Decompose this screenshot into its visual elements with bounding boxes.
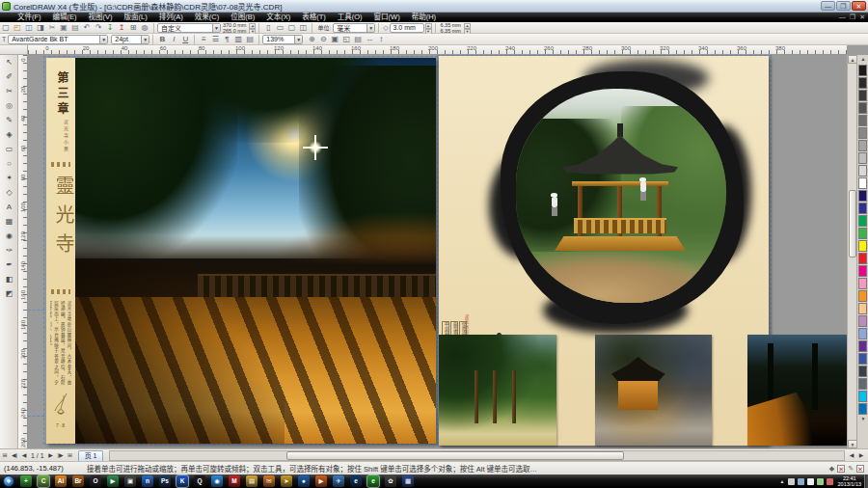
eyedropper-tool[interactable]: ✑ bbox=[1, 243, 17, 258]
vertical-scroll-thumb[interactable] bbox=[849, 190, 856, 258]
add-page-button-2[interactable]: ⊞ bbox=[66, 450, 75, 461]
horizontal-scroll-thumb[interactable] bbox=[286, 451, 624, 460]
zoom-level-combo[interactable]: 139%▼ bbox=[262, 35, 303, 44]
horizontal-guideline[interactable] bbox=[28, 416, 44, 417]
table-tool[interactable]: ▦ bbox=[1, 214, 17, 229]
start-button[interactable]: ❖ bbox=[3, 475, 14, 487]
zoom-page-icon[interactable]: ▤ bbox=[353, 35, 363, 44]
zoom-all-icon[interactable]: ◱ bbox=[341, 35, 351, 44]
chevron-down-icon[interactable]: ▼ bbox=[366, 24, 374, 32]
color-swatch[interactable] bbox=[858, 203, 867, 214]
paper-size-spinner[interactable]: ▲▼ bbox=[249, 23, 256, 33]
restore-button[interactable]: ❐ bbox=[836, 1, 851, 11]
text-props-icon[interactable]: ▤ bbox=[245, 35, 255, 44]
color-swatch[interactable] bbox=[858, 152, 867, 164]
facing-pages-icon[interactable]: ◫ bbox=[298, 23, 308, 33]
duplicate-distance-fields[interactable]: 6.35 mm 6.35 mm bbox=[441, 22, 461, 34]
zoom-tool[interactable]: ◎ bbox=[1, 98, 17, 113]
new-icon[interactable]: ▢ bbox=[1, 23, 11, 33]
undo-icon[interactable]: ↶ bbox=[82, 23, 92, 33]
color-swatch[interactable] bbox=[858, 366, 867, 377]
taskbar-colorful-app[interactable]: ✿ bbox=[385, 475, 396, 487]
freehand-tool[interactable]: ✎ bbox=[1, 113, 17, 127]
taskbar-folder[interactable]: ▤ bbox=[246, 475, 258, 487]
cut-icon[interactable]: ✂ bbox=[47, 23, 57, 33]
text-tool[interactable]: A bbox=[1, 200, 17, 214]
taskbar-illustrator[interactable]: Ai bbox=[55, 475, 67, 487]
color-swatch[interactable] bbox=[858, 228, 867, 239]
palette-scroll-down-icon[interactable]: ▼ bbox=[857, 415, 868, 423]
smart-fill-tool[interactable]: ◈ bbox=[1, 127, 17, 142]
taskbar-media-player[interactable]: ▶ bbox=[315, 475, 327, 487]
taskbar-mapp[interactable]: M bbox=[229, 475, 240, 487]
menu-item[interactable]: 排列(A) bbox=[153, 13, 189, 22]
taskbar-my-computer[interactable]: ▦ bbox=[402, 475, 414, 487]
zoom-in-icon[interactable]: ⊕ bbox=[307, 35, 316, 44]
next-page-button[interactable]: ▶ bbox=[46, 450, 56, 461]
all-pages-icon[interactable]: ▢ bbox=[286, 23, 296, 33]
garden-pergola-photo[interactable] bbox=[439, 335, 556, 446]
scroll-right-button[interactable]: ▶ bbox=[856, 450, 866, 461]
color-swatch[interactable] bbox=[858, 265, 867, 277]
redo-icon[interactable]: ↷ bbox=[94, 23, 103, 33]
color-swatch[interactable] bbox=[858, 127, 867, 139]
color-swatch[interactable] bbox=[858, 102, 867, 114]
color-swatch[interactable] bbox=[858, 353, 867, 365]
menu-item[interactable]: 位图(B) bbox=[225, 13, 260, 22]
menu-item[interactable]: 效果(C) bbox=[189, 13, 225, 22]
taskbar-photo-viewer[interactable]: ▣ bbox=[124, 475, 136, 487]
app-launcher-icon[interactable]: ⊞ bbox=[128, 23, 138, 33]
menu-item[interactable]: 视图(V) bbox=[83, 13, 119, 22]
paper-preset-combo[interactable]: 自定义▼ bbox=[157, 23, 221, 33]
color-swatch[interactable] bbox=[858, 328, 867, 339]
taskbar-globe[interactable]: ● bbox=[298, 475, 310, 487]
close-button[interactable]: ✕ bbox=[852, 1, 866, 11]
doc-window-control[interactable]: ✕ bbox=[859, 13, 865, 22]
taskbar-clock[interactable]: 22:41 2013/1/13 bbox=[838, 475, 861, 487]
zoom-out-icon[interactable]: ⊖ bbox=[318, 35, 328, 44]
drop-cap-icon[interactable]: ¶ bbox=[222, 35, 231, 44]
taskbar-browser-swirl[interactable]: ◉ bbox=[211, 475, 223, 487]
color-swatch[interactable] bbox=[858, 140, 867, 151]
add-page-button[interactable]: ⊞ bbox=[0, 450, 10, 461]
document-window-controls[interactable]: —❐✕ bbox=[839, 13, 865, 22]
color-swatch[interactable] bbox=[858, 253, 867, 264]
remove-hw-tray-icon[interactable] bbox=[798, 478, 804, 485]
bold-button[interactable]: B bbox=[157, 35, 167, 44]
nudge-spinner[interactable]: ▲▼ bbox=[425, 23, 432, 33]
color-swatch[interactable] bbox=[858, 403, 867, 415]
horizontal-guideline[interactable] bbox=[28, 310, 44, 311]
page-tab[interactable]: 页 1 bbox=[78, 450, 104, 461]
palette-scroll-up-icon[interactable]: ▲ bbox=[857, 55, 868, 64]
chapter-sidebar[interactable]: 第三章 灵光寺小景 靈光寺 灵光寺地处山麓林间，古木参天，曲径通幽。晨钟暮鼓，梵… bbox=[46, 58, 75, 444]
color-swatch[interactable] bbox=[858, 391, 867, 402]
scroll-left-button[interactable]: ◀ bbox=[847, 450, 856, 461]
dusk-pavilion-photo[interactable] bbox=[595, 335, 712, 446]
corel-online-icon[interactable]: ◍ bbox=[140, 23, 149, 33]
menu-item[interactable]: 表格(T) bbox=[296, 13, 332, 22]
italic-button[interactable]: I bbox=[169, 35, 178, 44]
flag-tray-icon[interactable] bbox=[827, 478, 833, 485]
taskbar-qq[interactable]: Q bbox=[194, 475, 205, 487]
nudge-field[interactable]: 3.0 mm bbox=[390, 23, 424, 33]
taskbar-office[interactable]: O bbox=[90, 475, 101, 487]
crop-tool[interactable]: ✂ bbox=[1, 84, 17, 98]
color-swatch[interactable] bbox=[858, 315, 867, 327]
ruler-origin-corner[interactable] bbox=[0, 45, 28, 55]
portrait-icon[interactable]: ▯ bbox=[263, 23, 273, 33]
taskbar-notes[interactable]: n bbox=[142, 475, 153, 487]
color-swatch[interactable] bbox=[858, 215, 867, 227]
copy-icon[interactable]: ▣ bbox=[59, 23, 68, 33]
chevron-down-icon[interactable]: ▼ bbox=[294, 36, 302, 43]
color-swatch[interactable] bbox=[858, 115, 867, 126]
doc-window-control[interactable]: — bbox=[839, 13, 846, 22]
units-combo[interactable]: 毫米▼ bbox=[333, 23, 375, 33]
vertical-ruler[interactable]: 020406080100120140160180200220240260 bbox=[18, 55, 28, 448]
menu-item[interactable]: 工具(O) bbox=[332, 13, 368, 22]
network-tray-icon[interactable] bbox=[817, 478, 824, 485]
taskbar-kapp[interactable]: K bbox=[176, 475, 188, 487]
color-swatch[interactable] bbox=[858, 90, 867, 101]
minimize-button[interactable]: — bbox=[821, 1, 835, 11]
doc-window-control[interactable]: ❐ bbox=[850, 13, 855, 22]
open-icon[interactable]: ◰ bbox=[13, 23, 22, 33]
